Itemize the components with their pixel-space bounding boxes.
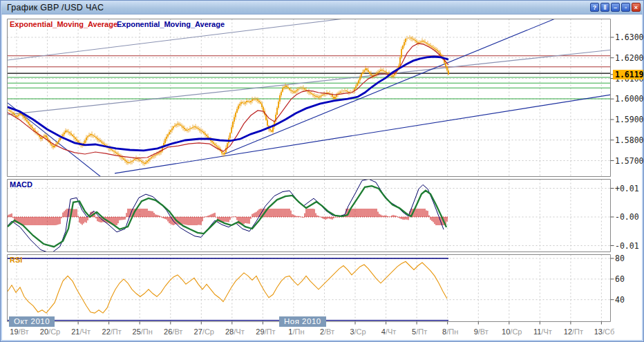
- date-label: 22/Пт: [102, 327, 122, 336]
- help-button[interactable]: ?: [590, 3, 599, 12]
- chart-window: График GBP /USD ЧАС ?‖–▫× Exponential_Mo…: [0, 0, 644, 342]
- title-bar[interactable]: График GBP /USD ЧАС ?‖–▫×: [1, 1, 643, 15]
- price-axis-label: 1.5700: [615, 156, 644, 166]
- ema-red-label: Exponential_Moving_Average: [10, 20, 117, 28]
- date-label: 10/Ср: [502, 327, 522, 336]
- macd-label: MACD: [10, 180, 32, 189]
- ema-blue-label: Exponential_Moving_Average: [117, 20, 225, 28]
- date-label: 20/Ср: [40, 327, 60, 336]
- date-label: 2/Вт: [320, 327, 334, 336]
- current-price-tag: 1.6119: [613, 70, 644, 79]
- date-label: 19/Вт: [10, 327, 28, 336]
- date-label: 12/Пт: [564, 327, 583, 336]
- rsi-label: RSI: [10, 256, 22, 264]
- macd-axis-label: +0.01: [615, 184, 639, 193]
- macd-axis-label: -0.00: [615, 212, 639, 222]
- window-title: График GBP /USD ЧАС: [1, 3, 104, 12]
- price-axis-label: 1.6200: [615, 53, 644, 63]
- window-buttons: ?‖–▫×: [590, 3, 641, 12]
- price-axis-label: 1.5900: [615, 115, 644, 124]
- date-label: 25/Пн: [133, 327, 153, 336]
- date-label: 26/Вт: [164, 327, 182, 336]
- date-label: 28/Чт: [225, 327, 245, 336]
- date-label: 8/Пн: [442, 327, 458, 336]
- close-button[interactable]: ×: [632, 3, 641, 12]
- date-label: 21/Чт: [71, 327, 91, 336]
- date-label: 5/Пт: [412, 327, 427, 336]
- price-axis-label: 1.5800: [615, 135, 644, 145]
- rsi-axis-label: 80: [615, 254, 625, 263]
- minimize-button[interactable]: –: [611, 3, 620, 12]
- date-label: 11/Чт: [533, 327, 552, 336]
- date-label: 29/Пт: [256, 327, 275, 336]
- month-badge: Ноя 2010: [279, 316, 326, 327]
- chart-canvas[interactable]: [2, 15, 642, 340]
- date-label: 9/Вт: [474, 327, 489, 336]
- date-label: 4/Чт: [381, 327, 397, 336]
- month-badge: Окт 2010: [9, 316, 55, 327]
- maximize-button[interactable]: ▫: [621, 3, 630, 12]
- chart-content: Exponential_Moving_Average Exponential_M…: [2, 15, 642, 340]
- rsi-axis-label: 40: [615, 295, 625, 305]
- pin-button[interactable]: ‖: [600, 3, 609, 12]
- macd-axis-label: -0.01: [615, 241, 639, 251]
- date-label: 1/Пн: [288, 327, 304, 336]
- date-label: 13/Сб: [594, 327, 615, 336]
- price-axis-label: 1.6000: [615, 94, 644, 104]
- date-label: 27/Ср: [194, 327, 214, 336]
- rsi-axis-label: 60: [615, 274, 625, 284]
- date-label: 3/Ср: [350, 327, 366, 336]
- price-axis-label: 1.6300: [615, 32, 644, 42]
